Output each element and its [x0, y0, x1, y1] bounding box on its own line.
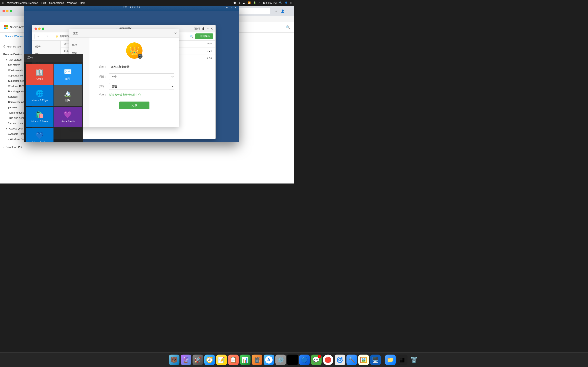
recycle-label: 回收站 [194, 27, 200, 30]
sidebar-download-label: Download PDF [6, 146, 23, 149]
col-size: 大小 [207, 42, 212, 46]
apple-menu[interactable]:  [2, 1, 3, 5]
settings-close-btn[interactable]: ✕ [174, 31, 177, 35]
confirm-btn[interactable]: 完成 [119, 101, 149, 109]
form-row-grade: 学段： 小学 初中 高中 [94, 73, 174, 80]
traffic-lights [2, 10, 12, 12]
filter-icon: ⚲ [3, 45, 5, 48]
wechat-status: 💬 [233, 1, 236, 4]
settings-titlebar: 设置 ✕ [69, 29, 179, 38]
window-minimize[interactable] [6, 10, 9, 12]
menu-connections[interactable]: Connections [49, 1, 64, 4]
kejian-minimize[interactable] [38, 27, 41, 30]
settings-form: 昵称： 学段： 小学 初中 高中 学科： [94, 64, 174, 109]
start-menu: 工作 🏢 Office ✉️ 邮件 🌐 Microsoft Edge 🏔️ 照片 [24, 54, 83, 142]
form-row-nickname: 昵称： [94, 64, 174, 70]
kejian-nav-account[interactable]: 帐号 [32, 43, 61, 51]
rdp-controls: − □ ✕ [226, 6, 236, 9]
nav-refresh-btn[interactable]: ↻ [44, 34, 51, 39]
rdp-restore[interactable]: □ [230, 6, 232, 9]
sidebar-services-label: Services [8, 95, 17, 98]
confirm-row: 完成 [94, 100, 174, 109]
chevron-down-icon3: ↓ [3, 146, 4, 148]
row2-size: 7 KB [207, 57, 212, 59]
start-tile-email[interactable]: ✉️ 邮件 [54, 64, 82, 85]
chevron-down-icon: ▼ [6, 59, 8, 61]
start-tile-vscode[interactable]: 💙 Visual Studio [26, 128, 53, 142]
settings-nav-account[interactable]: 帐号 [69, 41, 89, 49]
start-header-label: 工作 [27, 56, 33, 60]
kejian-win-close[interactable]: ✕ [210, 27, 213, 31]
start-tile-edge[interactable]: 🌐 Microsoft Edge [26, 85, 53, 106]
kejian-header-actions: 回收站 🗑 − ✕ [194, 27, 213, 31]
vs-label: Visual Studio [61, 120, 75, 123]
rdp-minimize[interactable]: − [226, 6, 228, 9]
input-method: A [259, 1, 260, 4]
sidebar-get-started-label: Get started [9, 58, 22, 61]
subject-label: 学科： [94, 85, 107, 88]
logo-green [6, 25, 8, 27]
settings-dialog: 设置 ✕ 帐号 课件 快联 实验室 👑 📷 昵称： [69, 29, 179, 127]
ms-logo: Microsoft [4, 25, 25, 29]
window-close[interactable] [2, 10, 5, 12]
nav-back-btn[interactable]: ← [35, 34, 42, 39]
sidebar-getstarted-label: Get started [8, 64, 20, 67]
vscode-icon: 💙 [35, 132, 44, 140]
start-tile-photos[interactable]: 🏔️ 照片 [54, 85, 82, 106]
bookmark-btn[interactable]: ☆ [274, 8, 278, 13]
breadcrumb-docs[interactable]: Docs [5, 35, 11, 38]
sidebar-item-download-pdf[interactable]: ↓ Download PDF [0, 144, 47, 150]
new-kejian-btn[interactable]: + 新建课件 [195, 33, 213, 39]
nickname-input[interactable] [109, 64, 174, 70]
nav-back[interactable]: ‹ [16, 8, 20, 13]
store-icon: 🛍️ [35, 111, 44, 118]
nickname-label: 昵称： [94, 65, 107, 69]
trash-icon[interactable]: 🗑 [202, 27, 205, 31]
grade-label: 学段： [94, 75, 107, 78]
mac-topbar:  Microsoft Remote Desktop Edit Connecti… [0, 0, 294, 6]
menu-edit[interactable]: Edit [42, 1, 46, 4]
chevron-right-icon4: › [8, 138, 9, 141]
form-row-subject: 学科： 英语 数学 语文 [94, 83, 174, 90]
kejian-win-min[interactable]: − [207, 27, 209, 31]
menu-help[interactable]: Help [80, 1, 86, 4]
rdp-title: 172.18.134.32 [123, 6, 140, 9]
sidebar-partners-label: partners [8, 106, 17, 109]
menu-btn[interactable]: ⋮ [287, 8, 292, 13]
edge-icon: 🌐 [35, 90, 44, 97]
avatar-badge[interactable]: 📷 [138, 54, 143, 59]
start-tile-office[interactable]: 🏢 Office [26, 64, 53, 85]
chevron-right-icon3: › [6, 122, 6, 125]
photos-icon: 🏔️ [64, 89, 72, 97]
settings-content: 👑 📷 昵称： 学段： 小学 初中 高 [89, 38, 179, 127]
logo-red [4, 25, 6, 27]
spotlight-icon[interactable]: 🔍 [279, 1, 282, 4]
settings-title: 设置 [72, 32, 78, 35]
notification-icon[interactable]: ≡ [290, 1, 292, 4]
user-btn[interactable]: 👤 [280, 8, 285, 13]
menu-window[interactable]: Window [67, 1, 77, 4]
chevron-down-icon2: ▼ [6, 128, 8, 130]
start-tile-vs[interactable]: 💜 Visual Studio [54, 107, 82, 127]
vscode-label: Visual Studio [33, 141, 47, 142]
rdp-window: 172.18.134.32 − □ ✕ ☁ 希沃云课件 回收站 [24, 4, 239, 142]
chevron-right-icon2: › [6, 117, 6, 119]
browser-actions: ☆ 👤 ⋮ [274, 8, 292, 13]
battery-icon: 🔋 [253, 1, 256, 4]
window-maximize[interactable] [10, 10, 12, 12]
store-label: Microsoft Store [31, 120, 48, 123]
clock: Tue 4:02 PM [263, 1, 277, 4]
docs-search[interactable]: 🔍 [286, 25, 290, 29]
subject-select[interactable]: 英语 数学 语文 [109, 83, 174, 90]
grade-select[interactable]: 小学 初中 高中 [109, 73, 174, 80]
kejian-maximize[interactable] [42, 27, 44, 30]
email-label: 邮件 [65, 77, 70, 81]
vs-icon: 💜 [64, 111, 72, 118]
rdp-close[interactable]: ✕ [234, 6, 236, 9]
start-tile-store[interactable]: 🛍️ Microsoft Store [26, 107, 53, 127]
ms-text: Microsoft [10, 25, 25, 29]
school-link[interactable]: 浙江省宁波市希沃软件中心 [109, 93, 141, 97]
search-icon[interactable]: 🔍 [286, 25, 290, 29]
kejian-close[interactable] [35, 27, 37, 30]
search-btn[interactable]: 🔍 [190, 34, 194, 38]
